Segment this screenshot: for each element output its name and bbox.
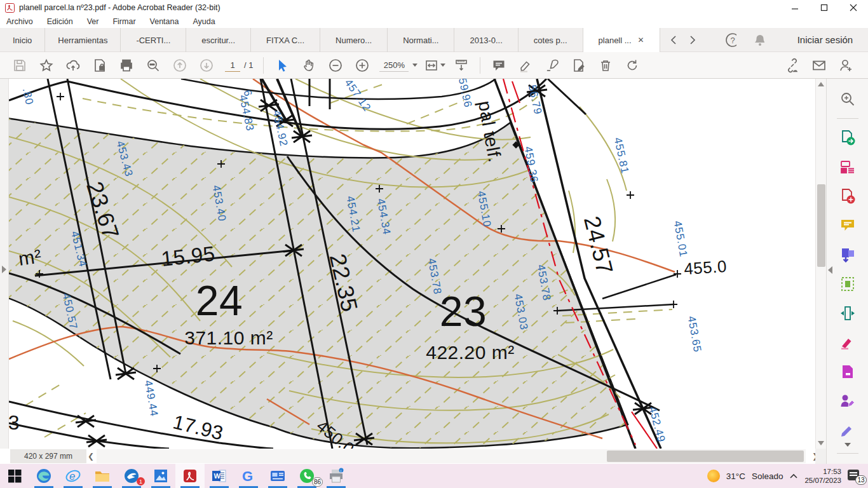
zoom-level-value[interactable]: 250% <box>379 59 409 72</box>
scroll-down-icon[interactable] <box>818 441 824 445</box>
taskbar-app-acrobat[interactable] <box>175 464 205 488</box>
comment-tool-button[interactable] <box>487 55 510 76</box>
select-tool-button[interactable] <box>271 55 294 76</box>
fit-width-button[interactable] <box>423 55 446 76</box>
taskbar-app-word[interactable]: W <box>205 464 234 488</box>
weather-description[interactable]: Soleado <box>752 471 783 481</box>
page-number-input[interactable]: 1 <box>225 59 240 72</box>
add-account-button[interactable] <box>834 55 857 76</box>
left-panel-collapsed[interactable] <box>0 79 9 449</box>
document-lock-button[interactable] <box>88 55 111 76</box>
zoom-in-button[interactable] <box>351 55 374 76</box>
taskbar-app-iexplorer[interactable]: e <box>58 464 88 488</box>
taskbar-app-whatsapp[interactable]: 86 <box>292 464 322 488</box>
weather-temperature[interactable]: 31°C <box>726 471 745 481</box>
tab-herramientas[interactable]: Herramientas <box>45 28 121 52</box>
tab-certi[interactable]: -CERTI... <box>121 28 186 52</box>
menu-archivo[interactable]: Archivo <box>6 17 33 26</box>
collapse-tools-panel-icon[interactable] <box>828 266 832 274</box>
search-button[interactable] <box>142 55 165 76</box>
next-page-button[interactable] <box>195 55 218 76</box>
menu-ventana[interactable]: Ventana <box>150 17 179 26</box>
horizontal-scrollbar-thumb[interactable] <box>607 451 804 462</box>
sidebar-tool-comment[interactable] <box>835 213 860 238</box>
menu-firmar[interactable]: Firmar <box>112 17 135 26</box>
sidebar-tool-fill-sign[interactable] <box>835 388 860 414</box>
hand-tool-button[interactable] <box>297 55 320 76</box>
iexplorer-icon: e <box>65 468 81 484</box>
windows-taskbar: e1WG86i 31°C Soleado 17:53 25/07/2023 13 <box>0 464 868 488</box>
maximize-button[interactable] <box>810 0 839 15</box>
notifications-bell-button[interactable] <box>749 30 768 50</box>
tab-inicio[interactable]: Inicio <box>0 28 45 52</box>
menu-edici-n[interactable]: Edición <box>47 17 73 26</box>
menu-ver[interactable]: Ver <box>87 17 99 26</box>
zoom-dropdown-caret-icon[interactable] <box>412 64 417 67</box>
sidebar-tool-export-pdf[interactable] <box>835 125 860 151</box>
share-link-button[interactable] <box>781 55 804 76</box>
fit-dropdown-caret-icon[interactable] <box>440 64 445 67</box>
sidebar-tool-organize-pages[interactable] <box>835 271 860 297</box>
more-tools-chevron-icon[interactable] <box>844 443 851 447</box>
taskbar-app-start[interactable] <box>0 464 29 488</box>
sidebar-tool-redact[interactable] <box>835 330 860 355</box>
highlight-tool-button[interactable] <box>514 55 537 76</box>
sidebar-tool-compress-pdf[interactable] <box>835 301 860 326</box>
sidebar-tool-more-tools[interactable] <box>835 417 860 443</box>
previous-page-button[interactable] <box>168 55 191 76</box>
tab-fitxa-c[interactable]: FITXA C... <box>251 28 320 52</box>
taskbar-clock[interactable]: 17:53 25/07/2023 <box>804 467 841 485</box>
minimize-button[interactable] <box>780 0 810 15</box>
sidebar-tool-search[interactable] <box>835 86 860 112</box>
sidebar-tool-create-pdf[interactable] <box>835 184 860 209</box>
weather-sun-icon[interactable] <box>707 470 720 482</box>
zoom-control[interactable]: 250% <box>379 59 417 72</box>
tab-2013-0[interactable]: 2013-0... <box>454 28 518 52</box>
taskbar-app-edge[interactable] <box>29 464 58 488</box>
fill-and-sign-button[interactable] <box>567 55 590 76</box>
taskbar-app-photos[interactable] <box>146 464 175 488</box>
sign-in-button[interactable]: Iniciar sesión <box>794 34 857 46</box>
taskbar-app-blue-app[interactable] <box>263 464 292 488</box>
vertical-scrollbar-thumb[interactable] <box>817 184 825 267</box>
tab-numero[interactable]: Numero... <box>320 28 388 52</box>
tab-escritur[interactable]: escritur... <box>186 28 251 52</box>
taskbar-app-printer[interactable]: i <box>322 464 351 488</box>
delete-button[interactable] <box>594 55 617 76</box>
create-pdf-icon <box>839 188 856 205</box>
help-button[interactable]: ? <box>721 30 740 50</box>
close-button[interactable] <box>839 0 868 15</box>
sidebar-tool-edit-pdf[interactable] <box>835 154 860 180</box>
print-button[interactable] <box>115 55 138 76</box>
tab-cotes-p[interactable]: cotes p... <box>519 28 583 52</box>
document-lock-icon <box>92 58 107 73</box>
star-favorite-button[interactable] <box>35 55 58 76</box>
previous-tab-button[interactable] <box>665 32 682 48</box>
email-button[interactable] <box>808 55 831 76</box>
taskbar-app-file-explorer[interactable] <box>88 464 117 488</box>
sidebar-tool-combine-files[interactable] <box>835 242 860 268</box>
horizontal-scrollbar[interactable] <box>97 449 806 463</box>
zoom-out-button[interactable] <box>324 55 347 76</box>
notification-center-button[interactable]: 13 <box>848 468 864 484</box>
taskbar-app-thunderbird[interactable]: 1 <box>117 464 146 488</box>
fit-page-width-button[interactable] <box>450 55 473 76</box>
tray-overflow-chevron-icon[interactable] <box>789 473 798 479</box>
menu-ayuda[interactable]: Ayuda <box>193 17 215 26</box>
vertical-scrollbar[interactable] <box>815 79 826 449</box>
next-tab-button[interactable] <box>684 32 701 48</box>
upload-cloud-button[interactable] <box>62 55 85 76</box>
document-canvas[interactable]: .806453.43453.40451.34450.57449.44454.83… <box>9 79 815 449</box>
tab-planell[interactable]: planell ...✕ <box>583 28 660 52</box>
sign-tool-button[interactable] <box>541 55 564 76</box>
taskbar-app-google[interactable]: G <box>234 464 263 488</box>
sidebar-tool-protect[interactable] <box>835 359 860 384</box>
close-tab-icon[interactable]: ✕ <box>638 36 644 44</box>
save-button[interactable] <box>8 55 31 76</box>
tab-normati[interactable]: Normati... <box>388 28 454 52</box>
scroll-up-icon[interactable] <box>818 82 824 86</box>
refresh-button[interactable] <box>621 55 644 76</box>
expand-left-panel-icon[interactable] <box>2 266 6 273</box>
scroll-left-button[interactable]: ❮ <box>84 451 98 461</box>
map-label-422-20-m: 422.20 m² <box>426 342 515 363</box>
